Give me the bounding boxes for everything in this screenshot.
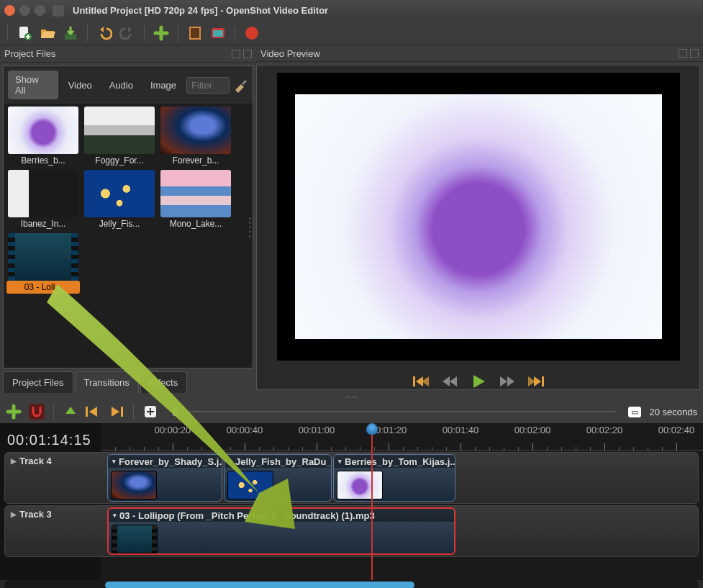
add-marker-button[interactable]: [63, 404, 78, 420]
zoom-label-icon: ▭: [628, 407, 641, 417]
add-track-button[interactable]: [6, 404, 22, 420]
thumbnail-image: [160, 170, 231, 217]
thumbnail-image: [8, 233, 78, 281]
filter-video-tab[interactable]: Video: [61, 76, 99, 94]
track-content[interactable]: ▾03 - Lollipop (From _Pitch Perfect 2_ S…: [101, 506, 698, 556]
jump-end-button[interactable]: [528, 375, 544, 388]
rewind-button[interactable]: [442, 375, 458, 388]
main-toolbar: [0, 21, 703, 45]
filter-input[interactable]: [186, 77, 230, 94]
redo-button[interactable]: [119, 25, 135, 41]
project-files-grid: Berries_b... Foggy_For... Forever_b... I…: [4, 104, 253, 368]
project-file-item[interactable]: Mono_Lake...: [159, 170, 232, 230]
panel-float-icon[interactable]: [679, 49, 687, 58]
zoom-slider[interactable]: [171, 411, 615, 412]
timeline-clip[interactable]: ▾03 - Lollipop (From _Pitch Perfect 2_ S…: [107, 507, 455, 555]
filter-audio-tab[interactable]: Audio: [102, 76, 140, 94]
svg-rect-11: [121, 407, 123, 417]
horizontal-splitter[interactable]: ······: [0, 393, 703, 400]
playhead[interactable]: [371, 432, 373, 580]
save-project-button[interactable]: [63, 25, 78, 41]
timeline-ruler[interactable]: 00:00:2000:00:4000:01:0000:01:2000:01:40…: [101, 423, 703, 451]
track-content[interactable]: ▾Forever_by_Shady_S.j...▾Jelly_Fish_by_R…: [101, 453, 698, 503]
tab-effects[interactable]: Effects: [140, 371, 188, 393]
tab-project-files[interactable]: Project Files: [3, 371, 73, 393]
timeline-clip[interactable]: ▾Jelly_Fish_by_RaDu_G...: [224, 454, 332, 502]
new-project-button[interactable]: [17, 25, 32, 41]
timeline-scrollbar[interactable]: [4, 580, 699, 588]
timeline-clip[interactable]: ▾Forever_by_Shady_S.j...: [107, 454, 222, 502]
svg-rect-9: [542, 376, 544, 386]
timeline-panel: ▭ 20 seconds 00:01:14:15 00:00:2000:00:4…: [0, 400, 703, 588]
project-file-item[interactable]: Foggy_For...: [83, 107, 156, 167]
fast-forward-button[interactable]: [499, 375, 515, 388]
jump-start-button[interactable]: [413, 375, 429, 388]
toolbar-divider: [178, 25, 178, 41]
panel-resize-handle[interactable]: [249, 217, 252, 238]
svg-rect-8: [413, 376, 415, 386]
timeline-tracks-area[interactable]: 00:00:2000:00:4000:01:0000:01:2000:01:40…: [101, 423, 703, 580]
window-title: Untitled Project [HD 720p 24 fps] - Open…: [73, 5, 328, 16]
window-minimize-button[interactable]: [19, 5, 30, 16]
import-files-button[interactable]: [153, 25, 169, 41]
scrollbar-thumb[interactable]: [105, 582, 414, 588]
toolbar-divider: [7, 25, 8, 41]
toolbar-divider: [235, 25, 235, 41]
thumbnail-label: Forever_b...: [159, 154, 232, 167]
panel-close-icon[interactable]: [690, 49, 699, 58]
export-button[interactable]: [244, 25, 260, 41]
panel-float-icon[interactable]: [232, 50, 240, 58]
track-name: Track 4: [19, 456, 52, 466]
filter-image-tab[interactable]: Image: [143, 76, 183, 94]
preview-viewport: [277, 73, 680, 361]
svg-rect-4: [191, 28, 199, 38]
clip-label: 03 - Lollipop (From _Pitch Perfect 2_ So…: [119, 510, 375, 521]
svg-rect-10: [86, 407, 88, 417]
track-row: ▶Track 4 ▾Forever_by_Shady_S.j...▾Jelly_…: [4, 452, 699, 504]
clip-thumbnail: [112, 525, 158, 553]
chevron-down-icon: ▾: [113, 512, 117, 519]
clip-thumbnail: [111, 471, 157, 499]
project-file-item[interactable]: Berries_b...: [6, 107, 80, 167]
prev-marker-button[interactable]: [86, 404, 101, 420]
snap-button[interactable]: [29, 404, 45, 420]
play-button[interactable]: [471, 374, 486, 389]
thumbnail-label: Ibanez_In...: [6, 217, 80, 230]
profile-button[interactable]: [187, 25, 203, 41]
center-playhead-button[interactable]: [142, 404, 158, 420]
zoom-slider-handle[interactable]: [173, 407, 178, 416]
next-marker-button[interactable]: [109, 404, 124, 420]
project-file-item[interactable]: Forever_b...: [159, 107, 232, 167]
left-panel-tabs: Project Files Transitions Effects: [0, 370, 256, 393]
svg-rect-6: [213, 30, 223, 37]
clear-filter-icon[interactable]: [232, 77, 248, 93]
open-project-button[interactable]: [40, 25, 55, 41]
thumbnail-image: [84, 170, 155, 217]
video-preview-title: Video Preview: [260, 48, 320, 59]
tab-transitions[interactable]: Transitions: [75, 371, 139, 393]
track-label[interactable]: ▶Track 4: [11, 456, 52, 466]
project-files-title: Project Files: [4, 48, 56, 59]
clip-label: Berries_by_Tom_Kijas.j...: [345, 456, 455, 467]
chevron-right-icon: ▶: [11, 510, 17, 518]
window-maximize-button[interactable]: [35, 5, 45, 16]
timeline-clip[interactable]: ▾Berries_by_Tom_Kijas.j...: [333, 454, 455, 502]
undo-button[interactable]: [96, 25, 112, 41]
thumbnail-label: Foggy_For...: [83, 154, 156, 167]
track-row: ▶Track 3 ▾03 - Lollipop (From _Pitch Per…: [4, 505, 699, 557]
project-file-item[interactable]: Ibanez_In...: [6, 170, 80, 230]
preview-image: [295, 94, 662, 339]
project-files-filterbar: Show All Video Audio Image: [4, 66, 253, 104]
project-files-panel: Show All Video Audio Image Berries_b... …: [3, 65, 253, 368]
project-file-item[interactable]: Jelly_Fis...: [83, 170, 156, 230]
thumbnail-label: Mono_Lake...: [159, 217, 232, 230]
window-close-button[interactable]: [4, 5, 15, 16]
project-file-item[interactable]: 03 - Loll...: [6, 233, 80, 294]
filter-show-all-tab[interactable]: Show All: [8, 71, 58, 99]
clip-label: Jelly_Fish_by_RaDu_G...: [235, 456, 332, 467]
panel-close-icon[interactable]: [243, 50, 252, 58]
chevron-down-icon: ▾: [338, 458, 342, 465]
track-label[interactable]: ▶Track 3: [11, 509, 52, 520]
fullscreen-button[interactable]: [210, 25, 226, 41]
playback-controls: [413, 374, 544, 389]
